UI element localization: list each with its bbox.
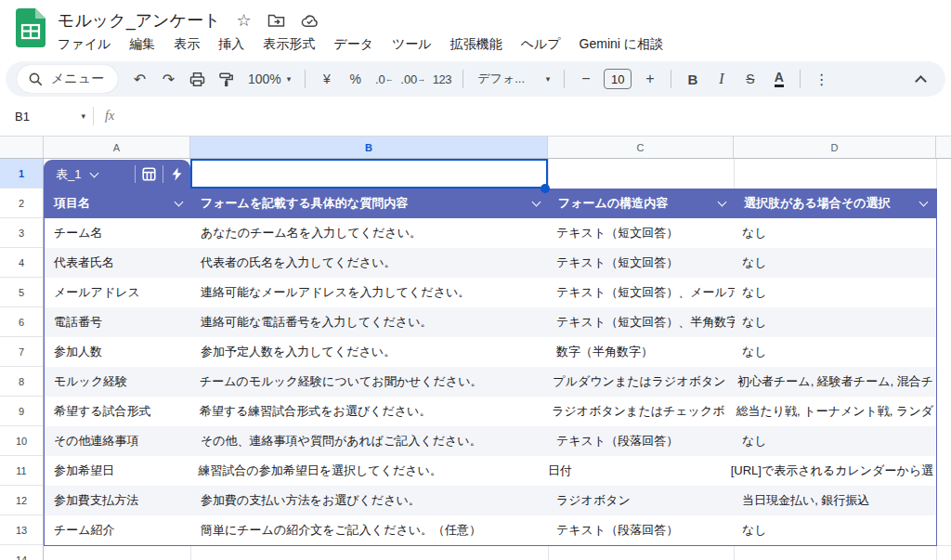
cell-D5[interactable]: なし	[735, 278, 936, 307]
cell-B11[interactable]: 練習試合の参加希望日を選択してください。	[189, 456, 541, 486]
menu-tools[interactable]: ツール	[383, 33, 441, 56]
cell-B7[interactable]: 参加予定人数を入力してください。	[191, 337, 549, 367]
menu-extensions[interactable]: 拡張機能	[441, 33, 512, 56]
corner-box[interactable]	[0, 137, 44, 158]
cell-C5[interactable]: テキスト（短文回答）、メールア	[549, 278, 735, 307]
menu-insert[interactable]: 挿入	[209, 33, 254, 56]
redo-button[interactable]: ↷	[155, 65, 182, 93]
sheets-logo-icon[interactable]	[16, 8, 46, 47]
cell-C6[interactable]: テキスト（短文回答）、半角数字	[549, 307, 735, 337]
row-header-10[interactable]: 10	[0, 426, 43, 456]
search-menus-button[interactable]: メニュー	[17, 65, 118, 93]
increase-font-size-button[interactable]: +	[636, 65, 663, 93]
menu-gemini[interactable]: Gemini に相談	[570, 33, 673, 56]
menu-view[interactable]: 表示	[164, 33, 209, 56]
doc-title[interactable]: モルック_アンケート	[58, 9, 220, 32]
menu-edit[interactable]: 編集	[120, 33, 164, 56]
column-header-E-sliver[interactable]	[936, 137, 951, 158]
print-button[interactable]	[184, 65, 211, 93]
cell-D12[interactable]: 当日現金払い, 銀行振込	[735, 486, 936, 515]
cell-C4[interactable]: テキスト（短文回答）	[549, 248, 735, 278]
cell-D4[interactable]: なし	[735, 248, 936, 278]
row-header-1[interactable]: 1	[0, 159, 43, 189]
row-header-3[interactable]: 3	[0, 218, 43, 248]
cell-B12[interactable]: 参加費の支払い方法をお選びください。	[191, 486, 549, 515]
row-header-11[interactable]: 11	[0, 456, 43, 486]
cloud-saved-icon[interactable]	[301, 14, 319, 28]
cell-B13[interactable]: 簡単にチームの紹介文をご記入ください。（任意）	[191, 515, 549, 545]
cell-C3[interactable]: テキスト（短文回答）	[549, 218, 735, 248]
cell-A12[interactable]: 参加費支払方法	[45, 486, 191, 515]
font-select[interactable]: デフォ... ▾	[471, 65, 556, 93]
row-header-4[interactable]: 4	[0, 248, 43, 278]
chevron-down-icon[interactable]	[175, 197, 184, 206]
move-to-folder-icon[interactable]	[267, 13, 285, 28]
cell-B10[interactable]: その他、連絡事項や質問があればご記入ください。	[191, 426, 549, 456]
cell-A9[interactable]: 希望する試合形式	[45, 397, 190, 426]
cell-A6[interactable]: 電話番号	[45, 307, 191, 337]
italic-button[interactable]: I	[708, 65, 735, 93]
cell-D3[interactable]: なし	[735, 218, 936, 248]
table-header-question[interactable]: フォームを記載する具体的な質問内容	[191, 189, 549, 218]
column-header-B[interactable]: B	[190, 137, 548, 158]
menu-format[interactable]: 表示形式	[254, 33, 324, 56]
decrease-decimal-button[interactable]: .0←	[371, 65, 397, 93]
cell-B3[interactable]: あなたのチーム名を入力してください。	[191, 218, 549, 248]
cell-A11[interactable]: 参加希望日	[45, 456, 189, 486]
format-currency-button[interactable]: ¥	[313, 65, 340, 93]
cell-C9[interactable]: ラジオボタンまたはチェックボ	[544, 397, 728, 426]
table-suggestions-button[interactable]	[163, 160, 190, 189]
chevron-down-icon[interactable]	[919, 197, 929, 206]
more-formats-button[interactable]: 123	[428, 65, 455, 93]
column-header-C[interactable]: C	[548, 137, 734, 158]
menu-help[interactable]: ヘルプ	[512, 33, 570, 56]
undo-button[interactable]: ↶	[126, 65, 153, 93]
chevron-down-icon[interactable]	[718, 197, 727, 206]
row-header-6[interactable]: 6	[0, 307, 43, 337]
row-header-14[interactable]: 14	[0, 545, 43, 560]
cell-A5[interactable]: メールアドレス	[45, 278, 191, 307]
cell-D6[interactable]: なし	[735, 307, 936, 337]
cell-C7[interactable]: 数字（半角数字）	[549, 337, 735, 367]
row-header-2[interactable]: 2	[0, 189, 43, 218]
cell-A4[interactable]: 代表者氏名	[45, 248, 191, 278]
row-header-5[interactable]: 5	[0, 278, 43, 307]
cell-D9[interactable]: 総当たり戦, トーナメント戦, ランダ	[729, 397, 937, 426]
bold-button[interactable]: B	[679, 65, 706, 93]
cell-C11[interactable]: 日付	[541, 456, 723, 486]
collapse-toolbar-button[interactable]	[917, 73, 934, 85]
cell-D10[interactable]: なし	[735, 426, 936, 456]
cell-D8[interactable]: 初心者チーム, 経験者チーム, 混合チ	[730, 367, 936, 397]
zoom-select[interactable]: 100% ▾	[241, 65, 297, 93]
menu-file[interactable]: ファイル	[48, 33, 120, 56]
row-header-7[interactable]: 7	[0, 337, 43, 367]
column-header-A[interactable]: A	[44, 137, 190, 158]
formula-input[interactable]	[114, 97, 951, 136]
strikethrough-button[interactable]: S	[736, 65, 763, 93]
row-header-13[interactable]: 13	[0, 515, 43, 545]
cell-C13[interactable]: テキスト（段落回答）	[549, 515, 735, 545]
cell-B4[interactable]: 代表者の氏名を入力してください。	[191, 248, 549, 278]
cell-A7[interactable]: 参加人数	[45, 337, 191, 367]
menu-data[interactable]: データ	[324, 33, 383, 56]
cell-A10[interactable]: その他連絡事項	[45, 426, 191, 456]
cell-A8[interactable]: モルック経験	[45, 367, 190, 397]
text-color-button[interactable]: A	[765, 65, 792, 93]
row-header-8[interactable]: 8	[0, 367, 43, 397]
table-header-choices[interactable]: 選択肢がある場合その選択	[735, 189, 936, 218]
row-header-12[interactable]: 12	[0, 486, 43, 515]
more-options-button[interactable]: ⋮	[808, 65, 835, 93]
selected-cell-B1[interactable]	[190, 159, 548, 189]
cell-D7[interactable]: なし	[735, 337, 936, 367]
cell-C12[interactable]: ラジオボタン	[549, 486, 735, 515]
cell-A3[interactable]: チーム名	[45, 218, 191, 248]
row-header-9[interactable]: 9	[0, 397, 43, 426]
cell-B8[interactable]: チームのモルック経験についてお聞かせください。	[190, 367, 545, 397]
name-box[interactable]: B1 ▾	[0, 110, 85, 124]
fill-handle[interactable]	[541, 184, 550, 193]
format-percent-button[interactable]: %	[342, 65, 369, 93]
chevron-down-icon[interactable]	[532, 197, 541, 206]
increase-decimal-button[interactable]: .00→	[399, 65, 426, 93]
font-size-input[interactable]: 10	[604, 69, 632, 89]
cell-C10[interactable]: テキスト（段落回答）	[549, 426, 735, 456]
